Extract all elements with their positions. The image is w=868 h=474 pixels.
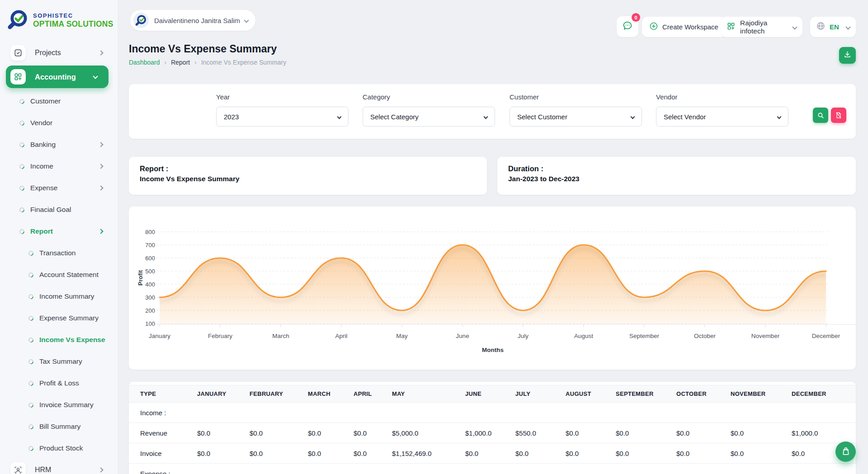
user-menu[interactable]: Daivalentineno Janitra Salim — [130, 10, 255, 31]
column-header: JANUARY — [197, 385, 250, 403]
breadcrumb-separator: › — [165, 59, 167, 66]
sidebar-item-label: Income — [30, 162, 53, 170]
create-workspace-label: Create Workspace — [662, 23, 718, 31]
report-card-value: Income Vs Expense Summary — [140, 175, 476, 183]
sidebar-item-accounting[interactable]: Accounting — [6, 66, 108, 88]
year-select[interactable]: 2023 — [216, 107, 349, 127]
bullet-icon — [28, 336, 35, 343]
table-row: Invoice$0.0$0.0$0.0$0.0$1,152,469.0$0.0$… — [129, 443, 856, 464]
row-value: $0.0 — [731, 443, 792, 464]
column-header: NOVEMBER — [731, 385, 792, 403]
svg-text:March: March — [272, 333, 289, 339]
sidebar-item-expense-summary[interactable]: Expense Summary — [0, 307, 118, 329]
sidebar-item-invoice-summary[interactable]: Invoice Summary — [0, 394, 118, 416]
sidebar-item-profit-loss[interactable]: Profit & Loss — [0, 372, 118, 394]
bullet-icon — [19, 184, 26, 192]
messages-badge: 0 — [632, 13, 640, 22]
breadcrumb-item[interactable]: Report — [171, 59, 190, 66]
svg-text:July: July — [518, 333, 528, 339]
sidebar-item-income-vs-expense[interactable]: Income Vs Expense — [0, 329, 118, 351]
row-value: $0.0 — [676, 423, 731, 443]
sidebar-item-label: Account Statement — [39, 271, 99, 279]
sidebar-item-income-summary[interactable]: Income Summary — [0, 286, 118, 307]
svg-text:600: 600 — [145, 255, 155, 262]
sidebar-item-finacial-goal[interactable]: Finacial Goal — [0, 199, 118, 221]
sidebar-item-customer[interactable]: Customer — [0, 90, 118, 112]
sidebar-item-label: Transaction — [39, 249, 75, 257]
table-section-row: Expense : — [129, 464, 856, 474]
sidebar-item-tax-summary[interactable]: Tax Summary — [0, 351, 118, 372]
sidebar-item-label: Finacial Goal — [30, 206, 71, 214]
column-header: SEPTEMBER — [616, 385, 676, 403]
row-value: $0.0 — [515, 443, 566, 464]
language-selector[interactable]: EN — [810, 17, 856, 37]
sidebar-item-label: Income Summary — [39, 292, 94, 300]
sidebar-item-banking[interactable]: Banking — [0, 134, 118, 155]
bullet-icon — [19, 119, 26, 127]
row-value: $0.0 — [354, 443, 392, 464]
workspace-switcher[interactable]: Rajodiya infotech — [721, 17, 802, 37]
sidebar-item-hrm[interactable]: HRM — [0, 459, 118, 474]
sidebar-item-vendor[interactable]: Vendor — [0, 112, 118, 134]
sidebar-item-expense[interactable]: Expense — [0, 177, 118, 199]
column-header: FEBRUARY — [250, 385, 308, 403]
svg-text:May: May — [396, 333, 408, 339]
sidebar-item-product-stock[interactable]: Product Stock — [0, 437, 118, 459]
user-name: Daivalentineno Janitra Salim — [154, 17, 240, 24]
report-info-card: Report : Income Vs Expense Summary — [129, 157, 487, 195]
bullet-icon — [28, 445, 35, 452]
row-value: $0.0 — [566, 443, 616, 464]
download-button[interactable] — [839, 47, 856, 64]
sidebar-item-label: Bill Summary — [39, 422, 80, 431]
svg-text:100: 100 — [145, 320, 155, 327]
brand-line1: SOPHISTEC — [33, 13, 113, 19]
sidebar-item-label: Banking — [30, 141, 56, 149]
filter-field-year: Year2023 — [216, 93, 349, 127]
bullet-icon — [28, 293, 35, 300]
svg-text:800: 800 — [145, 229, 155, 235]
bullet-icon — [19, 206, 26, 213]
table-header-row: TYPEJANUARYFEBRUARYMARCHAPRILMAYJUNEJULY… — [129, 385, 856, 403]
svg-text:February: February — [208, 333, 232, 339]
messages-button[interactable]: 0 — [617, 16, 638, 37]
vendor-select[interactable]: Select Vendor — [656, 107, 788, 127]
duration-info-card: Duration : Jan-2023 to Dec-2023 — [497, 157, 856, 195]
create-workspace-button[interactable]: Create Workspace — [642, 17, 726, 37]
filter-panel: Year2023CategorySelect CategoryCustomerS… — [129, 84, 856, 139]
search-button[interactable] — [813, 108, 828, 123]
breadcrumb-item[interactable]: Dashboard — [129, 59, 160, 66]
chevron-down-icon — [631, 114, 635, 119]
bullet-icon — [19, 98, 26, 105]
sidebar-item-bill-summary[interactable]: Bill Summary — [0, 416, 118, 437]
customer-select[interactable]: Select Customer — [509, 107, 642, 127]
sidebar-item-projects[interactable]: Projects — [0, 42, 118, 64]
sidebar-item-account-statement[interactable]: Account Statement — [0, 264, 118, 286]
filter-label: Category — [363, 93, 495, 101]
income-expense-table: TYPEJANUARYFEBRUARYMARCHAPRILMAYJUNEJULY… — [129, 382, 856, 474]
duration-card-value: Jan-2023 to Dec-2023 — [508, 175, 845, 183]
reset-button[interactable] — [831, 108, 846, 123]
bullet-icon — [28, 401, 35, 408]
row-value: $0.0 — [566, 423, 616, 443]
search-icon — [817, 112, 825, 119]
sidebar-item-income[interactable]: Income — [0, 155, 118, 177]
report-card-title: Report : — [140, 164, 476, 173]
row-value: $0.0 — [354, 423, 392, 443]
shop-fab-button[interactable] — [835, 441, 856, 462]
sidebar-item-transaction[interactable]: Transaction — [0, 242, 118, 264]
category-select[interactable]: Select Category — [363, 107, 495, 127]
row-value: $0.0 — [465, 443, 515, 464]
sidebar-item-report[interactable]: Report — [0, 221, 118, 242]
chevron-down-icon — [337, 114, 342, 119]
breadcrumb-item: Income Vs Expense Summary — [201, 59, 286, 66]
filter-label: Vendor — [656, 93, 788, 101]
select-value: Select Category — [370, 113, 419, 121]
column-header: JULY — [515, 385, 566, 403]
row-value: $0.0 — [250, 423, 308, 443]
svg-text:400: 400 — [145, 281, 155, 288]
row-value: $1,000.0 — [465, 423, 515, 443]
bullet-icon — [19, 141, 26, 148]
sidebar-item-label: Projects — [35, 49, 61, 57]
bullet-icon — [19, 163, 26, 170]
filter-field-category: CategorySelect Category — [363, 93, 495, 127]
